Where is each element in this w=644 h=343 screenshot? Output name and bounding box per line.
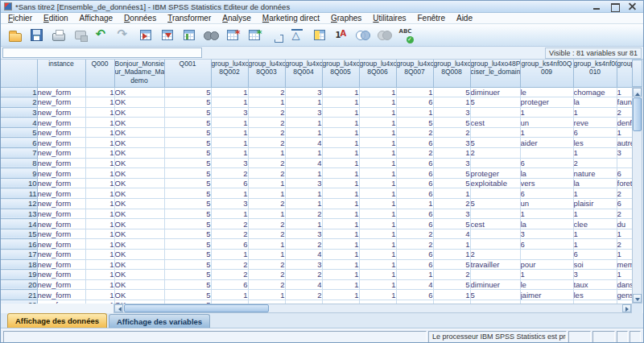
cell[interactable]: 3 <box>285 87 322 97</box>
cell[interactable]: 1 <box>322 158 359 168</box>
cell[interactable]: 5 <box>470 199 520 209</box>
cell[interactable]: 3 <box>211 158 248 168</box>
cell[interactable]: 2 <box>396 239 433 250</box>
select-cases-disabled-button[interactable] <box>374 25 395 46</box>
menu-transformer[interactable]: Transformer <box>162 13 217 24</box>
cell[interactable]: new_form <box>37 148 85 159</box>
cell[interactable]: 1 <box>285 127 322 138</box>
cell[interactable]: 1 <box>322 148 359 159</box>
cell[interactable]: 2 <box>433 127 470 138</box>
cell[interactable]: taux <box>573 279 617 290</box>
cell[interactable]: 2 <box>211 229 248 239</box>
spell-check-button[interactable] <box>395 25 417 46</box>
cell[interactable]: OK <box>114 118 164 128</box>
tab-affichage-des-variables[interactable]: Affichage des variables <box>109 314 210 328</box>
cell[interactable]: 6 <box>396 188 433 199</box>
column-header-group-lu4xo48q007[interactable]: group_lu4xo48Q007 <box>396 60 433 87</box>
cell[interactable]: 1 <box>359 229 396 239</box>
cell[interactable]: 2 <box>470 250 520 260</box>
cell[interactable]: 3 <box>211 107 248 118</box>
cell[interactable]: 1 <box>85 250 114 260</box>
cell[interactable]: 1 <box>359 87 396 97</box>
menu-aide[interactable]: Aide <box>451 13 478 24</box>
row-number[interactable]: 19 <box>1 270 37 280</box>
open-file-button[interactable] <box>4 25 26 46</box>
cell[interactable]: OK <box>114 209 164 219</box>
cell[interactable]: 2 <box>211 168 248 179</box>
column-header-group-lu4xo48q005[interactable]: group_lu4xo48Q005 <box>322 60 359 87</box>
cell[interactable]: 1 <box>322 239 359 250</box>
cell[interactable] <box>470 209 520 219</box>
cell[interactable]: 2 <box>248 219 285 229</box>
cell[interactable]: 3 <box>573 270 617 280</box>
cell[interactable]: 1 <box>322 290 359 300</box>
cell[interactable]: 2 <box>248 138 285 148</box>
menu-marketing-direct[interactable]: Marketing direct <box>257 13 325 24</box>
cell[interactable]: 1 <box>211 250 248 260</box>
column-header-q000[interactable]: Q000 <box>85 60 114 87</box>
cell[interactable]: meme <box>617 259 633 270</box>
cell[interactable]: du <box>617 219 633 229</box>
tab-affichage-des-donn-es[interactable]: Affichage des données <box>7 313 107 328</box>
cell[interactable]: 1 <box>322 219 359 229</box>
goto-case-button[interactable] <box>134 25 156 46</box>
cell[interactable]: la <box>520 168 573 179</box>
cell[interactable]: 1 <box>85 290 114 300</box>
cell[interactable]: 2 <box>248 199 285 209</box>
row-number[interactable]: 12 <box>1 199 37 209</box>
cell[interactable]: 1 <box>573 148 617 159</box>
cell[interactable]: 6 <box>573 127 617 138</box>
menu-edition[interactable]: Edition <box>38 13 74 24</box>
cell[interactable]: 2 <box>396 127 433 138</box>
cell[interactable]: 1 <box>433 97 470 108</box>
cell[interactable]: 1 <box>359 270 396 280</box>
cell[interactable]: 1 <box>359 199 396 209</box>
cell[interactable]: 1 <box>85 138 114 148</box>
cell[interactable]: new_form <box>37 250 85 260</box>
cell[interactable]: 6 <box>211 279 248 290</box>
cell[interactable]: OK <box>114 158 164 168</box>
cell[interactable]: 2 <box>617 188 633 199</box>
cell[interactable]: 1 <box>433 148 470 159</box>
row-number[interactable]: 2 <box>1 97 37 108</box>
cell[interactable]: cest <box>470 219 520 229</box>
cell[interactable]: 1 <box>617 127 633 138</box>
row-number[interactable]: 10 <box>1 178 37 188</box>
cell[interactable]: 6 <box>573 250 617 260</box>
column-header-group-ks4nf00q010[interactable]: group_ks4nf00Q010 <box>573 60 617 87</box>
cell[interactable]: 2 <box>248 107 285 118</box>
cell[interactable]: exploitable <box>470 178 520 188</box>
cell[interactable]: OK <box>114 188 164 199</box>
cell[interactable]: 1 <box>322 97 359 108</box>
cell[interactable]: new_form <box>37 239 85 250</box>
cell[interactable]: 1 <box>396 87 433 97</box>
cell[interactable]: 2 <box>211 259 248 270</box>
cell[interactable]: 5 <box>433 87 470 97</box>
cell[interactable]: 1 <box>85 118 114 128</box>
row-number[interactable]: 20 <box>1 279 37 290</box>
cell[interactable]: 1 <box>85 97 114 108</box>
cell[interactable]: 6 <box>396 158 433 168</box>
cell[interactable]: nature <box>573 168 617 179</box>
cell[interactable]: jaimer <box>520 290 573 300</box>
menu-fen-tre[interactable]: Fenêtre <box>412 13 451 24</box>
cell[interactable]: new_form <box>37 138 85 148</box>
cell[interactable]: 4 <box>285 279 322 290</box>
cell[interactable]: 2 <box>248 279 285 290</box>
close-button[interactable] <box>625 2 640 12</box>
cell[interactable]: 1 <box>396 270 433 280</box>
cell[interactable]: 2 <box>248 229 285 239</box>
split-file-button[interactable] <box>265 25 287 46</box>
vertical-scroll-thumb[interactable] <box>633 97 642 131</box>
goto-variable-button[interactable] <box>156 25 178 46</box>
cell[interactable]: 6 <box>396 209 433 219</box>
cell[interactable]: 6 <box>396 138 433 148</box>
column-header-group-lu4xo48q006[interactable]: group_lu4xo48Q006 <box>359 60 396 87</box>
cell[interactable]: 1 <box>359 279 396 290</box>
cell[interactable]: new_form <box>37 178 85 188</box>
cell[interactable]: soi <box>573 259 617 270</box>
cell[interactable]: 1 <box>285 97 322 108</box>
insert-cases-button[interactable] <box>221 25 243 46</box>
cell[interactable]: 1 <box>285 188 322 199</box>
horizontal-scrollbar[interactable] <box>114 304 632 313</box>
